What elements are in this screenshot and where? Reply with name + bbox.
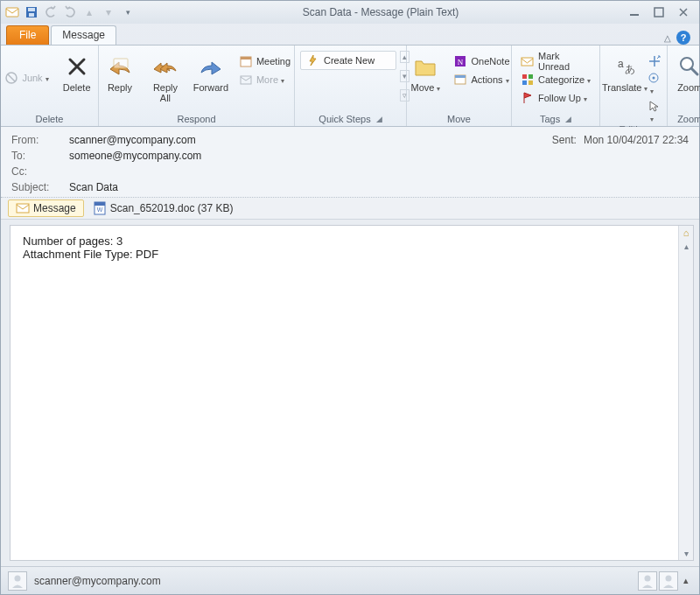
to-label: To: xyxy=(11,150,69,162)
ribbon-group-delete: Junk Delete Delete xyxy=(1,46,99,126)
app-icon[interactable] xyxy=(4,4,20,20)
group-label-delete: Delete xyxy=(6,112,93,126)
onenote-label: OneNote xyxy=(471,56,509,66)
move-button[interactable]: Move xyxy=(404,51,446,96)
meeting-icon xyxy=(239,54,253,68)
reply-all-label: Reply All xyxy=(153,82,178,103)
onenote-button[interactable]: N OneNote xyxy=(450,52,513,70)
quicksteps-gallery[interactable]: Create New xyxy=(300,51,396,70)
status-bar: scanner@mycompany.com ▴ xyxy=(1,566,699,594)
scroll-down-icon[interactable]: ▾ xyxy=(684,547,689,560)
maximize-button[interactable] xyxy=(650,5,668,19)
followup-flag-icon xyxy=(521,91,535,105)
svg-rect-16 xyxy=(522,74,527,79)
window-title: Scan Data - Message (Plain Text) xyxy=(136,6,626,18)
actions-pane-icon[interactable]: ⌂ xyxy=(683,226,690,240)
tab-file[interactable]: File xyxy=(6,25,49,45)
word-doc-icon: W xyxy=(93,201,107,215)
ribbon-group-zoom: Zoom Zoom xyxy=(668,46,700,126)
related-icon[interactable] xyxy=(648,72,662,96)
next-item-icon[interactable]: ▾ xyxy=(101,4,116,20)
ribbon-group-quicksteps: Create New ▴ ▾ ▿ Quick Steps◢ xyxy=(295,46,407,126)
select-icon[interactable] xyxy=(648,100,662,124)
svg-text:W: W xyxy=(96,206,102,213)
junk-label: Junk xyxy=(22,73,48,83)
prev-item-icon[interactable]: ▴ xyxy=(81,4,97,20)
forward-label: Forward xyxy=(193,82,228,93)
close-button[interactable] xyxy=(675,5,692,19)
more-icon xyxy=(239,73,253,87)
zoom-icon xyxy=(676,52,700,80)
ribbon-group-move: Move N OneNote Actions Move xyxy=(407,46,512,126)
move-folder-icon xyxy=(411,52,439,80)
ribbon-collapse-icon[interactable]: △ xyxy=(664,33,671,43)
svg-text:N: N xyxy=(458,58,464,66)
qat-customize-icon[interactable]: ▾ xyxy=(120,4,136,20)
lightning-icon xyxy=(306,54,318,66)
redo-icon[interactable] xyxy=(62,4,78,20)
followup-label: Follow Up xyxy=(538,93,587,103)
forward-button[interactable]: Forward xyxy=(190,51,232,94)
sent-label: Sent: xyxy=(552,134,577,146)
reply-icon xyxy=(106,52,134,80)
actions-button[interactable]: Actions xyxy=(450,71,513,88)
undo-icon[interactable] xyxy=(43,4,59,20)
quickstep-create-new[interactable]: Create New xyxy=(301,52,396,69)
meeting-button[interactable]: Meeting xyxy=(235,52,294,70)
body-line-1: Number of pages: 3 xyxy=(23,234,681,248)
translate-button[interactable]: aあ Translate xyxy=(606,51,644,96)
tags-launcher-icon[interactable]: ◢ xyxy=(565,115,571,123)
message-headers: From: scanner@mycompany.com Sent: Mon 10… xyxy=(1,127,699,198)
attachment-file[interactable]: W Scan_652019.doc (37 KB) xyxy=(88,200,239,217)
help-icon[interactable]: ? xyxy=(676,31,690,45)
outlook-message-window: ▴ ▾ ▾ Scan Data - Message (Plain Text) F… xyxy=(0,0,700,595)
people-pane-toggle-2[interactable] xyxy=(659,571,678,591)
quickstep-create-label: Create New xyxy=(324,55,374,66)
minimize-button[interactable] xyxy=(626,5,643,19)
more-label: More xyxy=(256,74,284,85)
find-icon[interactable] xyxy=(648,54,662,68)
svg-rect-4 xyxy=(630,14,639,16)
junk-button[interactable]: Junk xyxy=(1,69,52,87)
svg-point-31 xyxy=(666,575,672,581)
svg-rect-27 xyxy=(94,202,105,206)
window-controls xyxy=(626,5,696,19)
reply-all-button[interactable]: Reply All xyxy=(144,51,186,105)
people-pane-expand-icon[interactable]: ▴ xyxy=(680,575,692,586)
body-line-2: Attachment File Type: PDF xyxy=(23,248,681,261)
sender-avatar[interactable] xyxy=(8,571,27,591)
svg-point-30 xyxy=(645,575,651,581)
svg-point-29 xyxy=(15,575,21,581)
categorize-button[interactable]: Categorize xyxy=(517,71,594,88)
svg-rect-19 xyxy=(528,80,533,85)
save-icon[interactable] xyxy=(24,4,39,20)
attachment-bar: Message W Scan_652019.doc (37 KB) xyxy=(1,198,699,220)
from-value[interactable]: scanner@mycompany.com xyxy=(69,134,196,146)
people-pane-toggle-1[interactable] xyxy=(638,571,657,591)
message-body-tab[interactable]: Message xyxy=(8,200,84,217)
to-value[interactable]: someone@mycompany.com xyxy=(69,150,201,162)
onenote-icon: N xyxy=(453,54,467,68)
mark-unread-label: Mark Unread xyxy=(538,51,591,72)
quicksteps-launcher-icon[interactable]: ◢ xyxy=(376,115,382,123)
tab-message[interactable]: Message xyxy=(51,25,116,45)
message-body-container: Number of pages: 3 Attachment File Type:… xyxy=(1,220,699,566)
mark-unread-button[interactable]: Mark Unread xyxy=(517,52,594,70)
reply-button[interactable]: Reply xyxy=(99,51,141,94)
scroll-up-icon[interactable]: ▴ xyxy=(684,240,689,253)
envelope-icon xyxy=(16,202,30,214)
followup-button[interactable]: Follow Up xyxy=(517,89,594,107)
status-sender: scanner@mycompany.com xyxy=(34,575,161,587)
categorize-icon xyxy=(521,73,535,87)
more-respond-button[interactable]: More xyxy=(235,71,294,88)
group-label-zoom: Zoom xyxy=(673,112,700,126)
zoom-button[interactable]: Zoom xyxy=(672,51,700,94)
reply-label: Reply xyxy=(108,82,132,93)
vertical-scrollbar[interactable]: ⌂ ▴ ▾ xyxy=(678,226,693,560)
subject-label: Subject: xyxy=(11,181,69,193)
delete-button[interactable]: Delete xyxy=(56,51,98,94)
svg-rect-25 xyxy=(17,204,29,213)
zoom-label: Zoom xyxy=(677,82,700,93)
svg-rect-9 xyxy=(241,57,251,60)
message-body[interactable]: Number of pages: 3 Attachment File Type:… xyxy=(10,225,694,561)
